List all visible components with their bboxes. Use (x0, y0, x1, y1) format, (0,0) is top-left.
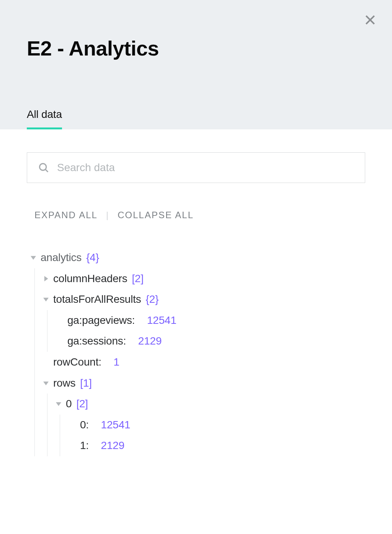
tree-children: columnHeaders [2] totalsForAllResults {2… (34, 268, 365, 456)
chevron-down-icon[interactable] (43, 297, 49, 302)
tree-value: 2129 (101, 435, 125, 456)
svg-marker-4 (31, 256, 36, 260)
chevron-right-icon[interactable] (43, 276, 49, 281)
tabs: All data (27, 108, 62, 129)
tree-count: [2] (132, 268, 144, 289)
expand-all-button[interactable]: EXPAND ALL (34, 210, 98, 220)
search-field[interactable] (27, 152, 365, 183)
close-button[interactable] (362, 11, 379, 28)
tree-leaf: 1: 2129 (69, 435, 365, 456)
svg-marker-8 (56, 402, 61, 406)
tree-leaf: ga:sessions: 2129 (56, 331, 365, 352)
tree-key: columnHeaders (53, 268, 127, 289)
tree-node-columnheaders: columnHeaders [2] (43, 268, 365, 289)
tree-key: 0: (80, 415, 89, 436)
tree-node-totals: totalsForAllResults {2} ga:pageviews: 12… (43, 289, 365, 352)
tree-row: rowCount: 1 (43, 352, 365, 373)
collapse-all-button[interactable]: COLLAPSE ALL (118, 210, 194, 220)
tree-value: 1 (113, 352, 119, 373)
tree-row[interactable]: totalsForAllResults {2} (43, 289, 365, 310)
tree-children: 0: 12541 1: 2129 (60, 415, 365, 456)
tree-key: 0 (66, 394, 72, 415)
tree-key: ga:sessions: (67, 331, 126, 352)
tree-key: totalsForAllResults (53, 289, 141, 310)
panel-content: EXPAND ALL | COLLAPSE ALL analytics {4} … (0, 129, 392, 456)
svg-marker-5 (44, 276, 48, 281)
tree-key: analytics (41, 247, 82, 268)
tab-all-data[interactable]: All data (27, 108, 62, 129)
svg-marker-7 (43, 382, 49, 385)
search-input[interactable] (57, 162, 354, 174)
tree-key: ga:pageviews: (67, 310, 135, 331)
tree-row[interactable]: 0 [2] (56, 394, 365, 415)
panel-header: E2 - Analytics All data (0, 0, 392, 129)
tree-value: 12541 (101, 415, 131, 436)
tree-row[interactable]: analytics {4} (31, 247, 365, 268)
json-tree: analytics {4} columnHeaders [2] tota (27, 247, 365, 456)
tree-count: {2} (146, 289, 159, 310)
search-icon (38, 162, 49, 173)
tree-row[interactable]: columnHeaders [2] (43, 268, 365, 289)
tree-count: [1] (80, 373, 92, 394)
tree-controls: EXPAND ALL | COLLAPSE ALL (27, 210, 365, 220)
chevron-down-icon[interactable] (56, 401, 61, 407)
page-title: E2 - Analytics (27, 0, 365, 60)
tree-node-row-0: 0 [2] 0: 12541 1: (56, 394, 365, 456)
tree-key: rows (53, 373, 75, 394)
tree-count: {4} (86, 247, 99, 268)
tree-children: 0 [2] 0: 12541 1: (47, 394, 365, 456)
tree-node-analytics: analytics {4} columnHeaders [2] tota (31, 247, 365, 456)
tree-row[interactable]: rows [1] (43, 373, 365, 394)
close-icon (364, 14, 376, 26)
tree-node-rowcount: rowCount: 1 (43, 352, 365, 373)
tree-value: 2129 (138, 331, 162, 352)
tree-leaf: ga:pageviews: 12541 (56, 310, 365, 331)
controls-divider: | (106, 210, 109, 220)
svg-marker-6 (43, 298, 49, 302)
tree-key: rowCount: (53, 352, 101, 373)
tree-value: 12541 (147, 310, 176, 331)
chevron-down-icon[interactable] (43, 380, 49, 386)
svg-line-3 (46, 170, 48, 172)
tree-key: 1: (80, 435, 89, 456)
tree-count: [2] (76, 394, 88, 415)
tree-node-rows: rows [1] 0 [2] (43, 373, 365, 456)
tree-leaf: 0: 12541 (69, 415, 365, 436)
svg-point-2 (39, 163, 46, 170)
chevron-down-icon[interactable] (31, 255, 36, 260)
tree-children: ga:pageviews: 12541 ga:sessions: 2129 (47, 310, 365, 352)
